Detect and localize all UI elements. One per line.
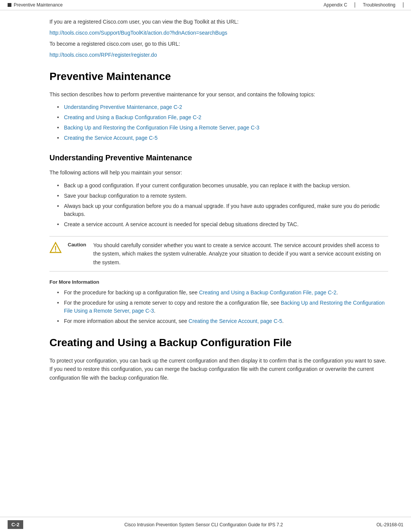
- fmi-title: For More Information: [49, 279, 388, 285]
- list-item: Save your backup configuration to a remo…: [57, 192, 388, 200]
- header-left-label: Preventive Maintenance: [14, 2, 63, 8]
- list-item: For more information about the service a…: [57, 317, 388, 325]
- topic-link-4[interactable]: Creating the Service Account, page C-5: [64, 135, 158, 141]
- list-item: Back up a good configuration. If your cu…: [57, 182, 388, 190]
- preventive-maintenance-intro: This section describes how to perform pr…: [49, 90, 388, 99]
- header-icon: [8, 3, 11, 7]
- intro-section: If you are a registered Cisco.com user, …: [49, 18, 388, 59]
- understanding-intro: The following actions will help you main…: [49, 168, 388, 177]
- list-item: For the procedure for backing up a confi…: [57, 289, 388, 297]
- caution-text: You should carefully consider whether yo…: [93, 241, 388, 267]
- creating-backup-section: Creating and Using a Backup Configuratio…: [49, 337, 388, 382]
- preventive-maintenance-section: Preventive Maintenance This section desc…: [49, 70, 388, 142]
- topic-link-1[interactable]: Understanding Preventive Maintenance, pa…: [64, 104, 182, 110]
- list-item: For the procedure for using a remote ser…: [57, 299, 388, 315]
- list-item: Creating and Using a Backup Configuratio…: [57, 113, 388, 121]
- list-item: Create a service account. A service acco…: [57, 220, 388, 228]
- creating-backup-title: Creating and Using a Backup Configuratio…: [49, 337, 388, 349]
- header-bar: Preventive Maintenance Appendix C Troubl…: [0, 0, 411, 10]
- topic-link-3[interactable]: Backing Up and Restoring the Configurati…: [64, 125, 260, 131]
- preventive-maintenance-title: Preventive Maintenance: [49, 70, 388, 83]
- fmi-list: For the procedure for backing up a confi…: [57, 289, 388, 325]
- footer: C-2 Cisco Intrusion Prevention System Se…: [0, 517, 411, 532]
- intro-link2[interactable]: http://tools.cisco.com/RPF/register/regi…: [49, 52, 157, 58]
- main-content: If you are a registered Cisco.com user, …: [0, 10, 411, 417]
- caution-box: Caution You should carefully consider wh…: [49, 236, 388, 272]
- fmi-item-3-prefix: For more information about the service a…: [64, 318, 189, 324]
- footer-center-text: Cisco Intrusion Prevention System Sensor…: [31, 522, 376, 527]
- footer-right-text: OL-29168-01: [376, 522, 403, 527]
- topic-link-2[interactable]: Creating and Using a Backup Configuratio…: [64, 114, 201, 120]
- header-divider: [355, 2, 355, 8]
- fmi-link-3[interactable]: Creating the Service Account, page C-5: [189, 318, 282, 324]
- list-item: Creating the Service Account, page C-5: [57, 134, 388, 142]
- fmi-item-1-suffix: .: [336, 289, 338, 296]
- intro-link1[interactable]: http://tools.cisco.com/Support/BugToolKi…: [49, 30, 227, 36]
- header-section-label: Troubleshooting: [363, 2, 395, 8]
- list-item: Backing Up and Restoring the Configurati…: [57, 124, 388, 132]
- fmi-link-1[interactable]: Creating and Using a Backup Configuratio…: [199, 289, 336, 296]
- intro-line1: If you are a registered Cisco.com user, …: [49, 18, 388, 26]
- fmi-item-1-prefix: For the procedure for backing up a confi…: [64, 289, 199, 296]
- header-right: Appendix C Troubleshooting: [323, 2, 403, 8]
- fmi-item-2-prefix: For the procedure for using a remote ser…: [64, 300, 281, 306]
- preventive-maintenance-topics: Understanding Preventive Maintenance, pa…: [57, 103, 388, 142]
- caution-icon: [49, 242, 63, 255]
- header-divider2: [403, 2, 403, 8]
- for-more-info-section: For More Information For the procedure f…: [49, 279, 388, 325]
- header-appendix: Appendix C: [323, 2, 347, 8]
- understanding-title: Understanding Preventive Maintenance: [49, 153, 388, 162]
- svg-point-2: [55, 251, 56, 252]
- fmi-item-2-suffix: .: [154, 308, 156, 314]
- list-item: Always back up your configuration before…: [57, 202, 388, 218]
- page-badge: C-2: [8, 520, 23, 529]
- caution-label: Caution: [68, 242, 89, 248]
- list-item: Understanding Preventive Maintenance, pa…: [57, 103, 388, 111]
- fmi-item-3-suffix: .: [282, 318, 284, 324]
- header-left: Preventive Maintenance: [8, 2, 63, 8]
- intro-line2: To become a registered cisco.com user, g…: [49, 40, 388, 48]
- understanding-section: Understanding Preventive Maintenance The…: [49, 153, 388, 325]
- understanding-bullets: Back up a good configuration. If your cu…: [57, 182, 388, 228]
- creating-backup-body: To protect your configuration, you can b…: [49, 356, 388, 382]
